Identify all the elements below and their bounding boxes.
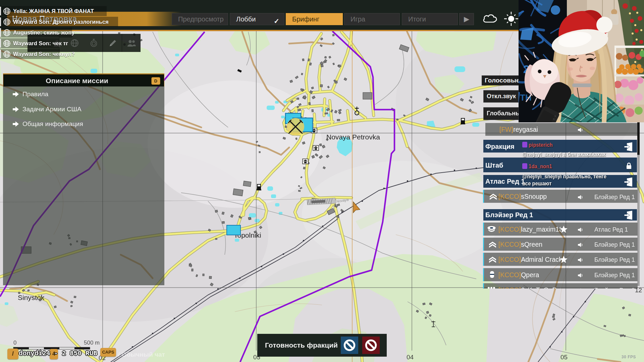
svg-text:05: 05 <box>560 354 568 361</box>
svg-text:Novaya Petrovka: Novaya Petrovka <box>326 133 380 141</box>
svg-text:04: 04 <box>407 354 414 361</box>
svg-text:500 m: 500 m <box>84 340 100 346</box>
svg-text:Sinystok: Sinystok <box>18 294 45 301</box>
svg-text:TH: TH <box>520 93 532 103</box>
svg-text:0: 0 <box>13 340 16 346</box>
